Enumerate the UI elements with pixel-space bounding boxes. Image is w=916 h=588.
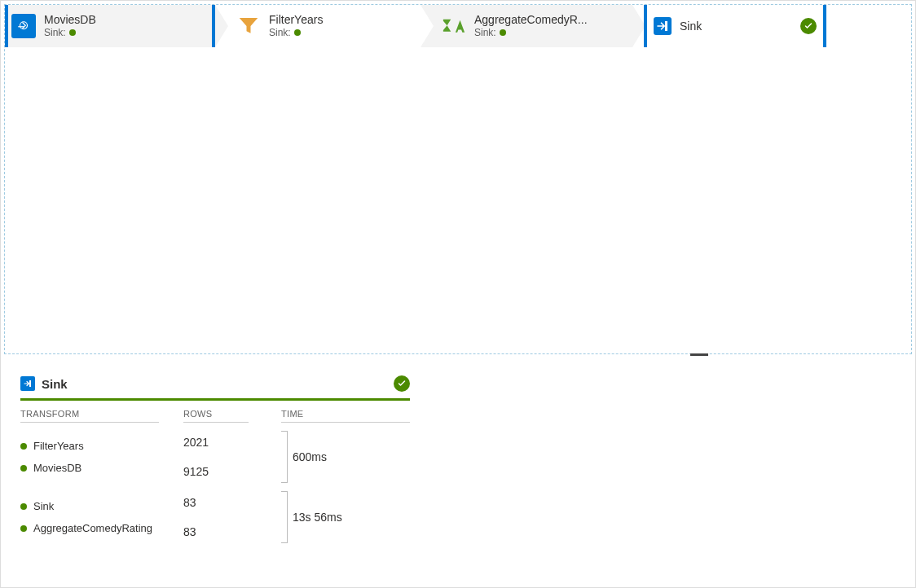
panel-header: Sink (20, 371, 410, 401)
step-subtitle: Sink: (269, 27, 323, 38)
dataflow-canvas[interactable]: MoviesDB Sink: FilterYears Sink: (4, 4, 912, 354)
table-row: FilterYears (20, 440, 183, 452)
status-dot (294, 29, 301, 36)
status-dot (20, 465, 27, 472)
time-value: 13s 56ms (289, 507, 412, 527)
group-bracket-icon (281, 431, 288, 483)
details-panel: Sink TRANSFORM ROWS TIME FilterYears Mov… (20, 371, 896, 543)
sink-icon (654, 17, 672, 35)
step-subtitle: Sink: (44, 27, 96, 38)
step-subtitle: Sink: (474, 27, 588, 38)
aggregate-icon (442, 14, 466, 38)
status-dot (20, 525, 27, 532)
check-icon (394, 375, 410, 392)
status-dot (500, 29, 506, 36)
stats-group: Sink AggregateComedyRating 83 83 13s 56m… (20, 491, 896, 543)
step-title: MoviesDB (44, 13, 96, 27)
col-transform: TRANSFORM (20, 406, 159, 423)
selection-rail-right (823, 5, 826, 47)
step-success-check (800, 18, 817, 34)
col-rows: ROWS (183, 406, 249, 423)
step-title: AggregateComedyR... (474, 13, 588, 27)
rows-value: 9125 (183, 462, 281, 481)
step-title: FilterYears (269, 13, 323, 27)
selection-rail-left (5, 5, 8, 47)
group-bracket-icon (281, 491, 288, 543)
step-moviesdb[interactable]: MoviesDB Sink: (5, 5, 215, 47)
check-icon (800, 18, 817, 34)
selection-rail-right (212, 5, 215, 47)
step-title: Sink (680, 20, 702, 33)
panel-success-check (394, 375, 410, 392)
filter-icon (236, 14, 261, 38)
status-dot (20, 503, 27, 510)
pipeline-row: MoviesDB Sink: FilterYears Sink: (5, 5, 911, 47)
source-icon (11, 14, 36, 38)
time-value: 600ms (289, 447, 412, 467)
rows-value: 2021 (183, 432, 281, 452)
table-row: Sink (20, 500, 183, 512)
table-row: MoviesDB (20, 462, 183, 474)
status-dot (69, 29, 76, 36)
step-aggregatecomedyrating[interactable]: AggregateComedyR... Sink: (421, 5, 632, 47)
table-row: AggregateComedyRating (20, 522, 183, 534)
step-sink[interactable]: Sink (632, 5, 826, 47)
step-filteryears[interactable]: FilterYears Sink: (215, 5, 421, 47)
panel-splitter[interactable] (4, 356, 912, 361)
page-root: MoviesDB Sink: FilterYears Sink: (0, 0, 916, 588)
panel-title: Sink (42, 377, 68, 391)
rows-value: 83 (183, 493, 281, 512)
sink-icon (20, 376, 35, 391)
stats-group: FilterYears MoviesDB 2021 9125 600ms (20, 431, 896, 483)
rows-value: 83 (183, 522, 281, 542)
col-time: TIME (281, 406, 410, 423)
stats-table: TRANSFORM ROWS TIME (20, 406, 410, 423)
svg-rect-2 (29, 380, 31, 387)
selection-rail-left (644, 5, 647, 47)
svg-rect-1 (665, 21, 667, 31)
status-dot (20, 443, 27, 450)
splitter-handle-icon (690, 353, 708, 356)
